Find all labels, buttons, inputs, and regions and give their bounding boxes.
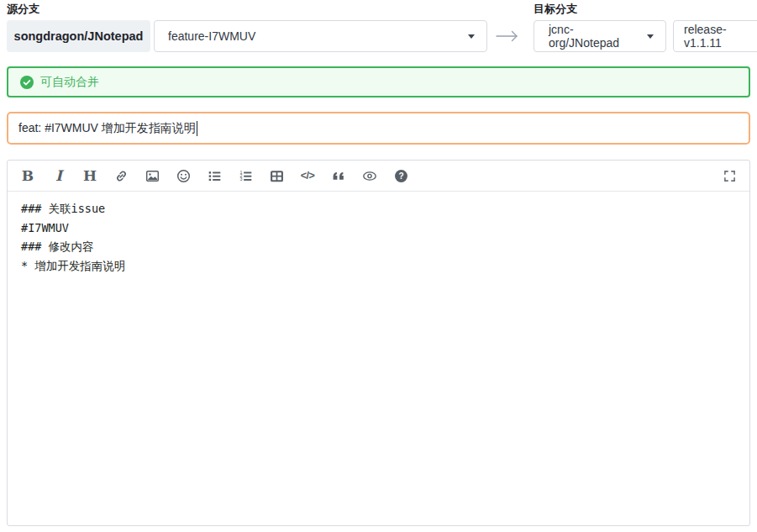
check-circle-icon — [20, 76, 34, 89]
italic-button[interactable]: I — [51, 167, 66, 184]
emoji-button[interactable] — [176, 167, 191, 184]
help-button[interactable]: ? — [393, 167, 408, 184]
target-branch-select[interactable]: release-v1.1.11 — [673, 20, 757, 52]
image-button[interactable] — [145, 167, 160, 184]
table-button[interactable] — [269, 167, 284, 184]
editor-line: ### 关联issue — [21, 199, 736, 219]
markdown-editor: B I H — [7, 160, 750, 526]
emoji-icon — [176, 169, 191, 183]
editor-line: ### 修改内容 — [21, 237, 736, 256]
ordered-list-button[interactable]: 1 2 3 — [238, 167, 253, 184]
bold-icon: B — [22, 169, 34, 183]
editor-line: #I7WMUV — [21, 219, 736, 238]
unordered-list-button[interactable] — [207, 167, 222, 184]
target-branch-value: release-v1.1.11 — [684, 23, 757, 50]
editor-toolbar: B I H — [8, 161, 749, 192]
source-branch-label: 源分支 — [7, 3, 39, 16]
heading-button[interactable]: H — [82, 167, 97, 184]
pr-title-value: feat: #I7WMUV 增加开发指南说明 — [18, 121, 196, 136]
quote-button[interactable] — [331, 167, 346, 184]
image-icon — [145, 169, 160, 183]
link-button[interactable] — [113, 167, 129, 184]
source-repo-box: songdragon/JNotepad — [7, 20, 150, 52]
target-repo-name: jcnc-org/JNotepad — [549, 23, 640, 50]
svg-text:?: ? — [398, 171, 403, 181]
code-icon: </> — [301, 170, 315, 182]
editor-line: * 增加开发指南说明 — [21, 256, 736, 276]
source-branch-value: feature-I7WMUV — [168, 29, 255, 43]
fullscreen-icon — [723, 170, 736, 182]
merge-status-text: 可自动合并 — [40, 75, 99, 90]
help-icon: ? — [394, 169, 408, 183]
text-cursor — [197, 121, 197, 136]
preview-button[interactable] — [362, 167, 377, 184]
source-branch-select[interactable]: feature-I7WMUV — [154, 20, 487, 52]
link-icon — [114, 169, 129, 183]
unordered-list-icon — [208, 169, 222, 183]
bold-button[interactable]: B — [20, 167, 35, 184]
fullscreen-button[interactable] — [722, 167, 737, 184]
ordered-list-icon: 1 2 3 — [239, 169, 253, 183]
target-branch-label: 目标分支 — [534, 3, 577, 16]
chevron-down-icon — [468, 34, 475, 39]
italic-icon: I — [55, 169, 62, 183]
table-icon — [270, 169, 284, 183]
heading-icon: H — [83, 169, 97, 183]
merge-direction-arrow-icon — [494, 26, 521, 46]
target-repo-select[interactable]: jcnc-org/JNotepad — [534, 20, 666, 52]
markdown-textarea[interactable]: ### 关联issue #I7WMUV ### 修改内容 * 增加开发指南说明 — [8, 192, 749, 283]
source-repo-name: songdragon/JNotepad — [14, 29, 144, 43]
preview-eye-icon — [362, 169, 377, 183]
quote-icon — [332, 169, 346, 183]
pr-title-input[interactable]: feat: #I7WMUV 增加开发指南说明 — [7, 112, 750, 145]
chevron-down-icon — [647, 34, 654, 39]
merge-status-banner: 可自动合并 — [7, 66, 750, 97]
svg-text:3: 3 — [239, 176, 242, 182]
code-button[interactable]: </> — [300, 167, 315, 184]
